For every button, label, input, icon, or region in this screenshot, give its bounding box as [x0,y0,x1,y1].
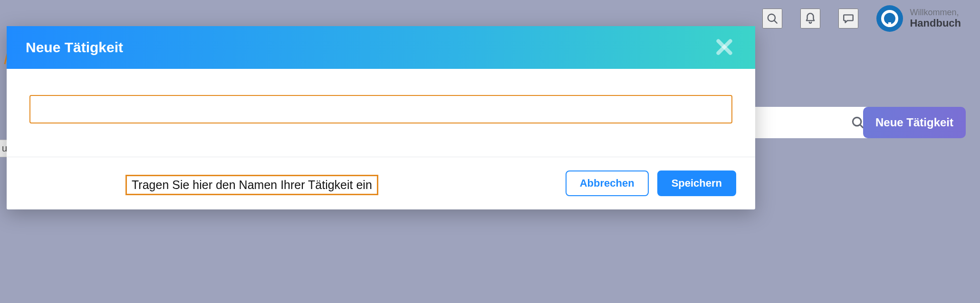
save-button[interactable]: Speichern [657,170,736,196]
new-activity-modal: Neue Tätigkeit Abbrechen Speichern [7,26,755,209]
cancel-button[interactable]: Abbrechen [566,170,649,196]
avatar [876,5,903,32]
search-icon[interactable] [762,9,782,28]
activity-name-input[interactable] [29,95,732,123]
welcome-label: Willkommen, [910,8,961,18]
annotation-input-hint: Tragen Sie hier den Namen Ihrer Tätigkei… [125,175,378,195]
username: Handbuch [910,18,961,29]
modal-footer: Abbrechen Speichern [7,157,755,209]
bell-icon[interactable] [800,9,820,28]
modal-header: Neue Tätigkeit [7,26,755,69]
modal-body [7,69,755,157]
chat-icon[interactable] [838,9,858,28]
svg-line-1 [775,20,777,23]
modal-title: Neue Tätigkeit [26,39,123,56]
header-actions: Willkommen, Handbuch [762,0,961,37]
svg-point-2 [853,117,861,126]
user-menu[interactable]: Willkommen, Handbuch [876,5,961,32]
welcome-block: Willkommen, Handbuch [910,8,961,29]
close-icon [715,38,733,56]
close-button[interactable] [712,35,736,60]
new-activity-button-bg[interactable]: Neue Tätigkeit [863,107,966,138]
